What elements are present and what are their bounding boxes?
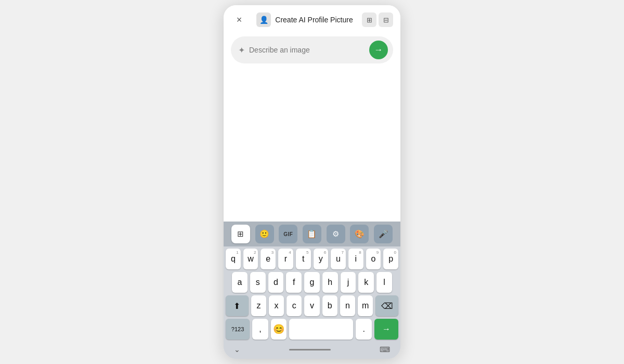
key-delete[interactable]: ⌫	[375, 295, 398, 316]
key-g[interactable]: g	[304, 272, 320, 293]
numbers-label: ?123	[231, 326, 244, 332]
key-s[interactable]: s	[250, 272, 266, 293]
key-comma[interactable]: ,	[252, 319, 268, 340]
icon-group: ⊞ ⊟	[362, 12, 393, 27]
grid-small-icon: ⊞	[367, 16, 372, 24]
key-q[interactable]: q1	[226, 249, 241, 269]
search-bar: ✦ →	[231, 36, 393, 63]
key-t[interactable]: t5	[296, 249, 311, 269]
keyboard-toolbar-clipboard-button[interactable]: 📋	[303, 225, 321, 243]
key-i[interactable]: i8	[348, 249, 363, 269]
keyboard-toolbar-palette-button[interactable]: 🎨	[350, 225, 369, 243]
keyboard: ⊞ 🙂 GIF 📋 ⚙ 🎨 🎤 q1	[224, 222, 400, 359]
key-c[interactable]: c	[287, 295, 302, 316]
key-j[interactable]: j	[341, 272, 356, 293]
key-space[interactable]	[289, 319, 353, 340]
shift-icon: ⬆	[233, 301, 240, 311]
key-l[interactable]: l	[376, 272, 392, 293]
key-row-1: q1 w2 e3 r4 t5 y6 u7 i8 o9 p0	[226, 249, 398, 269]
mic-icon: 🎤	[379, 229, 388, 239]
describe-image-input[interactable]	[249, 46, 365, 54]
key-row-bottom: ?123 , 😊 . →	[226, 319, 398, 340]
settings-icon: ⚙	[332, 229, 339, 239]
key-e[interactable]: e3	[261, 249, 276, 269]
icon-box-1[interactable]: ⊞	[362, 12, 376, 27]
key-k[interactable]: k	[358, 272, 374, 293]
key-p[interactable]: p0	[383, 249, 398, 269]
key-b[interactable]: b	[322, 295, 337, 316]
key-shift[interactable]: ⬆	[226, 295, 249, 316]
key-a[interactable]: a	[232, 272, 248, 293]
layout-icon: ⊟	[383, 16, 389, 24]
keyboard-toolbar: ⊞ 🙂 GIF 📋 ⚙ 🎨 🎤	[224, 222, 400, 246]
keyboard-icon[interactable]: ⌨	[380, 345, 390, 354]
close-button[interactable]: ×	[231, 11, 248, 28]
key-z[interactable]: z	[251, 295, 266, 316]
key-emoji[interactable]: 😊	[271, 319, 287, 340]
submit-button[interactable]: →	[369, 41, 388, 59]
key-v[interactable]: v	[304, 295, 319, 316]
clipboard-icon: 📋	[307, 229, 317, 239]
keyboard-toolbar-mic-button[interactable]: 🎤	[374, 225, 393, 243]
profile-icon: 👤	[256, 12, 271, 27]
key-period[interactable]: .	[356, 319, 372, 340]
key-send[interactable]: →	[374, 319, 398, 340]
keyboard-toolbar-sticker-button[interactable]: 🙂	[255, 225, 274, 243]
palette-icon: 🎨	[355, 229, 365, 239]
period-label: .	[362, 324, 365, 334]
icon-box-2[interactable]: ⊟	[379, 12, 393, 27]
gif-label: GIF	[283, 231, 293, 237]
home-indicator	[289, 349, 331, 350]
key-d[interactable]: d	[268, 272, 284, 293]
title-area: 👤 Create AI Profile Picture	[248, 12, 362, 27]
key-f[interactable]: f	[286, 272, 302, 293]
key-numbers[interactable]: ?123	[226, 319, 250, 340]
keyboard-bottom: ⌄ ⌨	[224, 342, 400, 359]
input-area: ✦ →	[224, 32, 400, 68]
page-title: Create AI Profile Picture	[275, 16, 353, 24]
backspace-icon: ⌫	[381, 301, 393, 311]
key-x[interactable]: x	[269, 295, 284, 316]
comma-label: ,	[259, 324, 261, 334]
key-row-2: a s d f g h j k l	[226, 272, 398, 293]
phone-container: × 👤 Create AI Profile Picture ⊞ ⊟ ✦ →	[224, 5, 400, 359]
arrow-right-icon: →	[374, 45, 383, 55]
key-rows: q1 w2 e3 r4 t5 y6 u7 i8 o9 p0 a s d f g …	[224, 246, 400, 340]
keyboard-toolbar-gif-button[interactable]: GIF	[279, 225, 297, 243]
sticker-icon: 🙂	[259, 229, 269, 239]
key-m[interactable]: m	[358, 295, 373, 316]
emoji-icon: 😊	[273, 323, 284, 335]
top-bar: × 👤 Create AI Profile Picture ⊞ ⊟	[224, 5, 400, 32]
key-w[interactable]: w2	[243, 249, 258, 269]
keyboard-toolbar-grid-button[interactable]: ⊞	[231, 225, 250, 243]
keyboard-toolbar-settings-button[interactable]: ⚙	[327, 225, 345, 243]
grid-icon: ⊞	[237, 229, 244, 239]
send-icon: →	[382, 324, 391, 334]
main-content	[224, 68, 400, 222]
key-r[interactable]: r4	[278, 249, 293, 269]
key-y[interactable]: y6	[314, 249, 329, 269]
key-o[interactable]: o9	[366, 249, 381, 269]
key-row-3: ⬆ z x c v b n m ⌫	[226, 295, 398, 316]
key-n[interactable]: n	[340, 295, 355, 316]
sparkle-icon: ✦	[238, 45, 245, 55]
chevron-down-icon[interactable]: ⌄	[234, 345, 240, 354]
key-u[interactable]: u7	[331, 249, 346, 269]
key-h[interactable]: h	[322, 272, 338, 293]
